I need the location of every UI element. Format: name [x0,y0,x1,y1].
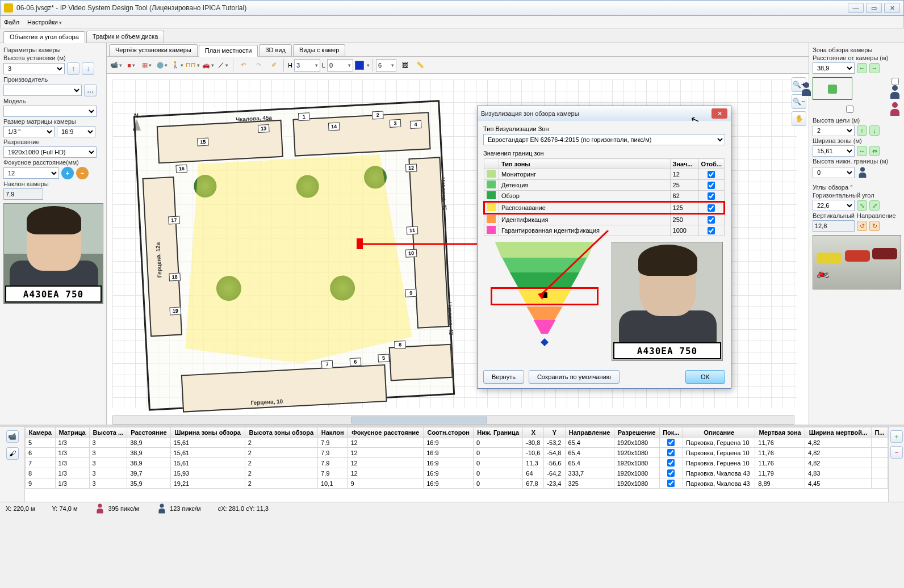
dist-left-icon[interactable]: ← [857,63,867,73]
h-value-combo[interactable]: 3▾ [294,59,320,72]
column-header[interactable]: Направление [565,427,614,438]
camera-marker[interactable]: 5 [378,354,390,362]
manufacturer-select[interactable] [3,85,82,96]
camera-marker[interactable]: 3 [390,119,401,128]
column-header[interactable]: Описание [683,427,755,438]
focal-plus-button[interactable]: + [61,167,74,179]
menu-settings[interactable]: Настройки▾ [27,19,62,26]
table-row[interactable]: 71/3338,915,6127,91216:9011,3-56,665,419… [26,458,888,468]
col-zone-value[interactable]: Знач... [670,159,698,169]
add-row-button[interactable]: ＋ [890,430,903,443]
show-camera-checkbox[interactable] [667,469,675,477]
measure-tool-icon[interactable]: 📏 [413,58,427,72]
target-male-checkbox[interactable] [892,78,899,85]
column-header[interactable]: Наклон [317,427,347,438]
target-female-checkbox[interactable] [846,106,853,113]
target-height-select[interactable]: 2 [813,125,855,136]
model-select[interactable] [3,106,97,117]
ok-button[interactable]: OK [685,370,725,384]
column-header[interactable]: Соотн.сторон [424,427,474,438]
rotate-ccw-icon[interactable]: ↺ [857,221,867,231]
menu-file[interactable]: Файл [4,19,19,26]
pan-hand-icon[interactable]: ✋ [792,111,806,126]
rotate-cw-icon[interactable]: ↻ [869,221,880,231]
camera-list-icon[interactable]: 📹 [6,430,19,443]
zone-row[interactable]: Мониторинг12 [484,169,725,180]
table-row[interactable]: 81/3339,715,9327,91216:9064-64,2333,7192… [26,468,888,478]
rect-tool-icon[interactable]: ■▾ [124,58,138,72]
ha-shrink-icon[interactable]: ⤢ [869,200,880,211]
column-header[interactable]: Y [544,427,565,438]
camera-marker[interactable]: 2 [372,111,384,119]
table-row[interactable]: 91/3335,919,21210,1916:9067,8-23,4325192… [26,478,888,489]
zone-show-checkbox[interactable] [708,227,715,234]
zone-row[interactable]: Детекция25 [484,180,725,191]
draw-color-swatch[interactable] [355,61,364,70]
ruler-value-combo[interactable]: 6▾ [376,59,396,72]
distance-select[interactable]: 38,9 [813,62,855,74]
resolution-select[interactable]: 1920x1080 (Full HD) [3,146,97,158]
camera-marker[interactable]: 19 [169,307,181,316]
save-default-button[interactable]: Сохранить по умолчанию [529,370,620,384]
column-header[interactable]: Камера [26,427,56,438]
dist-right-icon[interactable]: → [869,63,880,73]
tab-camera-drawing[interactable]: Чертёж установки камеры [109,44,198,56]
column-tool-icon[interactable]: ⬤▾ [155,58,169,72]
tab-3d-view[interactable]: 3D вид [259,44,292,56]
zone-show-checkbox[interactable] [708,171,715,178]
show-camera-checkbox[interactable] [667,439,675,446]
height-up-icon[interactable]: ↑ [67,62,79,75]
sensor-size-select[interactable]: 1/3 " [3,126,55,137]
zw-left-icon[interactable]: ↔ [857,146,867,156]
fence-tool-icon[interactable]: ⊓⊓▾ [186,58,199,72]
zone-width-select[interactable]: 15,61 [813,145,855,157]
close-button[interactable]: ✕ [884,3,900,13]
zone-show-checkbox[interactable] [708,216,715,224]
column-header[interactable]: Ширина мертвой... [805,427,871,438]
brush-icon[interactable]: 🖌 [6,447,19,460]
aspect-ratio-select[interactable]: 16:9 [57,126,95,137]
remove-row-button[interactable]: － [890,446,903,459]
install-height-select[interactable]: 3 [3,63,65,74]
tab-camera-views[interactable]: Виды с камер [293,44,345,56]
camera-marker[interactable]: 4 [410,120,422,129]
show-camera-checkbox[interactable] [667,459,675,467]
image-tool-icon[interactable]: 🖼 [398,58,412,72]
zone-show-checkbox[interactable] [708,192,715,200]
camera-marker[interactable]: 1 [298,112,310,121]
l-value-combo[interactable]: 0▾ [327,59,353,72]
column-header[interactable]: Высота ... [89,427,127,438]
manufacturer-browse-button[interactable]: … [84,84,97,96]
wall-tool-icon[interactable]: ▦▾ [140,58,153,72]
camera-marker[interactable]: 12 [405,163,417,172]
col-zone-show[interactable]: Отоб... [698,159,724,169]
camera-table[interactable]: КамераМатрицаВысота ...РасстояниеШирина … [25,427,888,502]
zone-show-checkbox[interactable] [708,182,715,189]
minimize-button[interactable]: — [848,3,864,13]
camera-marker[interactable]: 17 [168,216,180,224]
zoom-out-icon[interactable]: 🔍− [792,94,806,109]
camera-marker[interactable]: 15 [197,138,209,146]
dialog-close-button[interactable]: ✕ [712,108,727,119]
horizontal-scrollbar[interactable] [112,415,794,425]
show-camera-checkbox[interactable] [667,449,675,456]
column-header[interactable]: П... [871,427,888,438]
zone-row[interactable]: Распознавание125 [484,202,725,214]
maximize-button[interactable]: ▭ [866,3,882,13]
th-up-icon[interactable]: ↑ [857,125,867,136]
camera-tool-icon[interactable]: 📹▾ [109,58,123,72]
zone-show-checkbox[interactable] [708,204,715,212]
column-header[interactable]: Мертвая зона [755,427,805,438]
column-header[interactable]: Фокусное расстояние [348,427,424,438]
broom-tool-icon[interactable]: ✐ [267,58,281,72]
camera-marker[interactable]: 13 [258,124,270,133]
camera-marker[interactable]: 8 [394,341,406,349]
show-camera-checkbox[interactable] [667,480,675,487]
person-tool-icon[interactable]: 🚶▾ [170,58,184,72]
zone-row[interactable]: Идентификация250 [484,214,725,225]
tab-traffic-disk[interactable]: Трафик и объем диска [86,31,165,43]
height-down-icon[interactable]: ↓ [82,62,94,75]
horiz-angle-select[interactable]: 22,6 [813,200,855,211]
camera-marker[interactable]: 16 [175,165,187,173]
camera-marker[interactable]: 14 [328,123,340,131]
